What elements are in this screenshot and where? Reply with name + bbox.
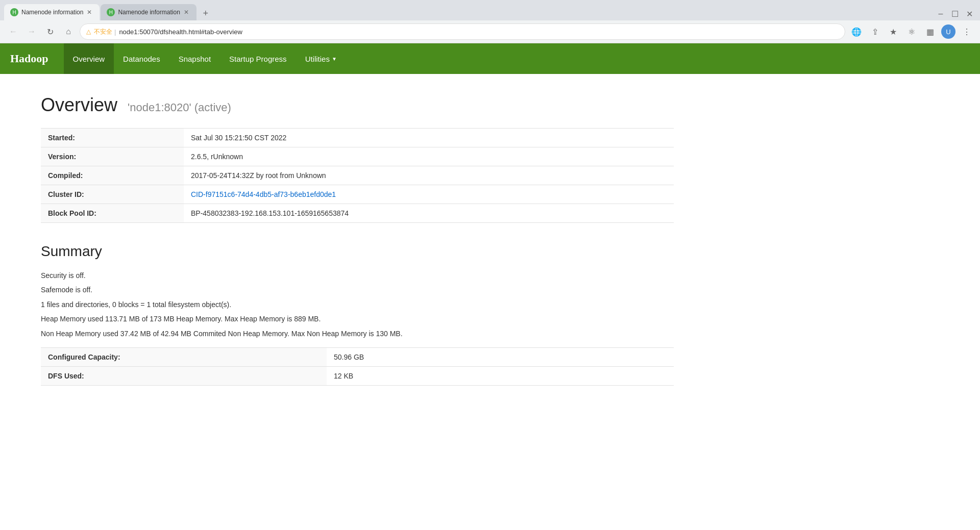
security-status: Security is off.: [41, 270, 674, 281]
overview-info-table: Started: Sat Jul 30 15:21:50 CST 2022 Ve…: [41, 128, 674, 223]
block-pool-id-value: BP-458032383-192.168.153.101-16591656538…: [184, 204, 674, 223]
hadoop-brand: Hadoop: [10, 52, 48, 65]
url-warning: 不安全: [94, 28, 112, 36]
bookmark-icon[interactable]: ★: [886, 24, 900, 39]
overview-subtitle: 'node1:8020' (active): [128, 101, 231, 114]
table-row: DFS Used: 12 KB: [41, 366, 674, 385]
maximize-button[interactable]: ☐: [948, 7, 962, 20]
tab1-title: Namenode information: [21, 9, 83, 16]
browser-chrome: H Namenode information ✕ H Namenode info…: [0, 0, 980, 43]
dfs-used-label: DFS Used:: [41, 366, 327, 385]
extension-icon[interactable]: ⚛: [904, 24, 919, 39]
share-icon[interactable]: ⇪: [868, 24, 882, 39]
summary-title: Summary: [41, 243, 674, 260]
tab2-close[interactable]: ✕: [182, 8, 190, 16]
tab2-favicon: H: [107, 8, 115, 16]
overview-title-text: Overview: [41, 94, 117, 115]
nav-item-overview[interactable]: Overview: [64, 43, 114, 74]
summary-table: Configured Capacity: 50.96 GB DFS Used: …: [41, 347, 674, 386]
overview-title: Overview 'node1:8020' (active): [41, 94, 674, 116]
nav-item-snapshot[interactable]: Snapshot: [169, 43, 220, 74]
new-tab-button[interactable]: +: [199, 6, 213, 20]
browser-tab-1[interactable]: H Namenode information ✕: [4, 4, 100, 20]
table-row: Configured Capacity: 50.96 GB: [41, 347, 674, 366]
hadoop-navbar: Hadoop Overview Datanodes Snapshot Start…: [0, 43, 980, 74]
forward-button[interactable]: →: [24, 24, 39, 39]
minimize-button[interactable]: –: [934, 7, 947, 20]
split-view-icon[interactable]: ▦: [923, 24, 937, 39]
reload-button[interactable]: ↻: [43, 24, 57, 39]
tab2-title: Namenode information: [118, 9, 180, 16]
close-button[interactable]: ✕: [963, 7, 976, 20]
menu-icon[interactable]: ⋮: [960, 24, 974, 39]
nav-item-utilities-label: Utilities: [305, 55, 330, 63]
nav-items: Overview Datanodes Snapshot Startup Prog…: [64, 43, 346, 74]
nav-item-startup-progress[interactable]: Startup Progress: [220, 43, 296, 74]
summary-table-wrap: Configured Capacity: 50.96 GB DFS Used: …: [41, 347, 674, 386]
url-text: node1:50070/dfshealth.html#tab-overview: [119, 28, 242, 36]
table-row: Started: Sat Jul 30 15:21:50 CST 2022: [41, 129, 674, 147]
table-row: Version: 2.6.5, rUnknown: [41, 147, 674, 166]
translate-icon[interactable]: 🌐: [849, 24, 864, 39]
address-bar[interactable]: △ 不安全 | node1:50070/dfshealth.html#tab-o…: [80, 23, 845, 40]
dfs-used-value: 12 KB: [327, 366, 674, 385]
browser-toolbar: ← → ↻ ⌂ △ 不安全 | node1:50070/dfshealth.ht…: [0, 20, 980, 43]
version-label: Version:: [41, 147, 184, 166]
table-row: Cluster ID: CID-f97151c6-74d4-4db5-af73-…: [41, 185, 674, 204]
profile-icon[interactable]: U: [941, 24, 955, 39]
back-button[interactable]: ←: [6, 24, 20, 39]
url-separator: |: [114, 28, 116, 36]
nav-item-datanodes[interactable]: Datanodes: [114, 43, 169, 74]
browser-tab-2[interactable]: H Namenode information ✕: [101, 4, 196, 20]
table-row: Compiled: 2017-05-24T14:32Z by root from…: [41, 166, 674, 185]
table-row: Block Pool ID: BP-458032383-192.168.153.…: [41, 204, 674, 223]
cluster-id-value[interactable]: CID-f97151c6-74d4-4db5-af73-b6eb1efd0de1: [184, 185, 674, 204]
version-value: 2.6.5, rUnknown: [184, 147, 674, 166]
filesystem-objects: 1 files and directories, 0 blocks = 1 to…: [41, 299, 674, 310]
nav-item-utilities[interactable]: Utilities ▼: [296, 43, 346, 74]
cluster-id-label: Cluster ID:: [41, 185, 184, 204]
tab1-favicon: H: [10, 8, 18, 16]
block-pool-id-label: Block Pool ID:: [41, 204, 184, 223]
lock-icon: △: [86, 28, 91, 35]
heap-memory: Heap Memory used 113.71 MB of 173 MB Hea…: [41, 313, 674, 324]
compiled-value: 2017-05-24T14:32Z by root from Unknown: [184, 166, 674, 185]
compiled-label: Compiled:: [41, 166, 184, 185]
configured-capacity-label: Configured Capacity:: [41, 347, 327, 366]
utilities-dropdown-icon: ▼: [332, 56, 337, 62]
started-label: Started:: [41, 129, 184, 147]
configured-capacity-value: 50.96 GB: [327, 347, 674, 366]
started-value: Sat Jul 30 15:21:50 CST 2022: [184, 129, 674, 147]
tab1-close[interactable]: ✕: [85, 8, 93, 16]
home-button[interactable]: ⌂: [61, 24, 76, 39]
page-content: Overview 'node1:8020' (active) Started: …: [0, 74, 715, 406]
non-heap-memory: Non Heap Memory used 37.42 MB of 42.94 M…: [41, 328, 674, 339]
safemode-status: Safemode is off.: [41, 284, 674, 295]
